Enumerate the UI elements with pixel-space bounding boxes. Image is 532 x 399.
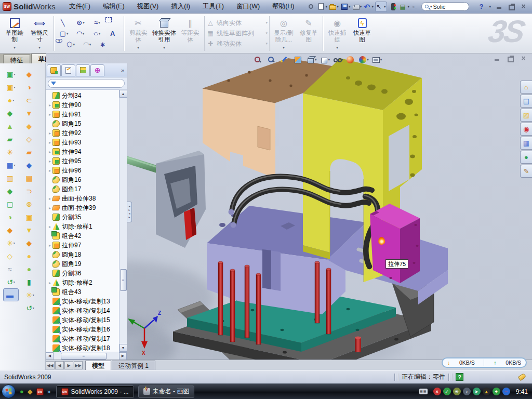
smart-dimension-button[interactable]: ⟺ 智能尺寸▾ <box>27 15 52 52</box>
feature-tree-item[interactable]: ▸ 切除-放样2 <box>47 278 119 287</box>
first-tab-button[interactable]: ◀◀ <box>46 361 55 369</box>
task-pane-tab[interactable]: ◉ <box>520 123 532 136</box>
toolbar-button[interactable]: ▢ ▾ <box>3 197 19 210</box>
toolbar-button[interactable]: ▣ ▾ <box>22 210 38 223</box>
toolbar-button[interactable]: ✳ ▾ <box>3 236 19 249</box>
menu-item[interactable]: 工具(T) <box>196 1 230 12</box>
scroll-right-button[interactable]: ▶ <box>119 352 127 360</box>
menu-item[interactable]: 窗口(W) <box>230 1 266 12</box>
tab-property-manager[interactable] <box>61 64 75 76</box>
feature-tree-item[interactable]: ▸ 拉伸97 <box>47 241 119 250</box>
toolbar-button[interactable]: ▤ ▾ <box>22 171 38 184</box>
feature-tree-item[interactable]: ▸ 拉伸94 <box>47 147 119 156</box>
sketch-entity-button[interactable]: ⊙ ▾ <box>72 17 89 28</box>
toolbar-button[interactable]: ▣ ▾ <box>3 68 19 81</box>
hud-button[interactable]: ▾ <box>333 56 343 63</box>
tray-icon[interactable]: − <box>502 388 510 395</box>
doc-minimize-button[interactable] <box>494 56 501 61</box>
search-input[interactable]: ▾ Solic <box>421 2 469 11</box>
feature-tree-item[interactable]: ▸ 实体-移动/复制13 <box>47 297 119 306</box>
doc-close-button[interactable]: × <box>520 56 527 61</box>
toolbar-button[interactable]: ▦ ▾ <box>3 158 19 171</box>
minimize-button[interactable] <box>496 4 503 9</box>
feature-tree-item[interactable]: ▸ 实体-移动/复制18 <box>47 343 119 352</box>
hud-button[interactable]: ▾ <box>320 56 330 63</box>
prev-tab-button[interactable]: ◀ <box>55 361 64 369</box>
tray-icon[interactable]: × <box>433 388 441 395</box>
toolbar-button[interactable]: ● ▾ <box>3 94 19 107</box>
sketch-entity-button[interactable]: A ▾ <box>105 28 122 39</box>
quick-launch-chevron[interactable]: » <box>47 388 51 395</box>
sketch-entity-button[interactable]: ≈ ▾ <box>89 17 105 28</box>
document-tab[interactable]: 模型 <box>85 361 111 370</box>
toolbar-button[interactable]: ▰ ▾ <box>22 145 38 158</box>
toolbar-button[interactable]: ⊃ ▾ <box>22 184 38 197</box>
toolbar-button[interactable]: ◆ ▾ <box>3 107 19 119</box>
rebuild-button[interactable] <box>388 2 398 12</box>
feature-tree-item[interactable]: ▸ 曲面-拉伸39 <box>47 203 119 212</box>
scrollbar-thumb[interactable]: ≡ <box>61 353 107 360</box>
toolbar-button[interactable]: ● ▾ <box>22 262 38 275</box>
messenger-icon[interactable]: ● <box>20 388 24 395</box>
tag-icon[interactable] <box>518 373 527 381</box>
toolbar-button[interactable]: ▼ ▾ <box>22 107 38 119</box>
tray-icon[interactable]: ✳ <box>453 388 461 395</box>
feature-tree-item[interactable]: ▸ 实体-移动/复制15 <box>47 315 119 325</box>
panel-overflow-chevron[interactable]: » <box>121 67 126 73</box>
feature-tree-item[interactable]: ▸ 圆角18 <box>47 250 119 259</box>
tab-dimxpert-manager[interactable]: ⊕ <box>90 64 104 76</box>
tree-filter-input[interactable] <box>48 79 125 88</box>
tab-configuration-manager[interactable] <box>76 64 90 76</box>
feature-tree-item[interactable]: ▸ 组合42 <box>47 231 119 241</box>
hud-button[interactable]: ▾ <box>254 56 264 63</box>
sketch-entity-button[interactable]: ▢ ▾ <box>56 28 72 39</box>
menu-item[interactable]: 编辑(E) <box>97 1 131 12</box>
help-button[interactable]: ? <box>480 3 484 10</box>
toolbar-button[interactable]: ▬ ▾ <box>3 288 19 301</box>
open-button[interactable]: ▾ <box>329 2 339 12</box>
panel-splitter[interactable]: ◂▸◂▸ <box>127 202 132 222</box>
undo-button[interactable]: ↶▾ <box>364 2 375 12</box>
feature-tree-item[interactable]: ▸ 分割36 <box>47 269 119 278</box>
toolbar-button[interactable]: ◇ ▾ <box>3 249 19 262</box>
toolbar-button[interactable]: ↺ ▾ <box>3 275 19 288</box>
tray-icon[interactable]: ♪ <box>463 388 471 395</box>
tree-horizontal-scrollbar[interactable]: ◀ ≡ ▶ <box>46 352 127 360</box>
toolbar-button[interactable]: ▣ ▾ <box>3 81 19 94</box>
options-button[interactable]: ▤▾ <box>400 2 410 12</box>
feature-tree-item[interactable]: ▸ 曲面-拉伸38 <box>47 194 119 203</box>
feature-tree-item[interactable]: ▸ 组合43 <box>47 287 119 297</box>
toolbar-button[interactable]: ▲ ▾ <box>3 119 19 132</box>
toolbar-button[interactable]: ● ▾ <box>22 249 38 262</box>
feature-tree-item[interactable]: ▸ 拉伸95 <box>47 156 119 166</box>
toolbar-button[interactable]: ◆ ▾ <box>22 119 38 132</box>
feature-tree-item[interactable]: ▸ 拉伸96 <box>47 166 119 175</box>
toolbar-button[interactable]: ↺ ▾ <box>22 301 38 314</box>
feature-tree-item[interactable]: ▸ 拉伸93 <box>47 138 119 147</box>
tray-icon[interactable]: ▲ <box>483 388 490 395</box>
feature-tree-item[interactable]: ▸ 实体-移动/复制17 <box>47 334 119 343</box>
rapid-sketch-button[interactable]: ϟ 快速草图 <box>350 15 375 52</box>
task-pane-tab[interactable]: ▨ <box>520 109 532 122</box>
sketch-entity-button[interactable]: ▾ <box>105 17 112 22</box>
taskbar-button[interactable]: 未命名 - 画图 <box>138 385 195 398</box>
toolbar-button[interactable]: ✳ ▾ <box>3 145 19 158</box>
hud-button[interactable]: ▾ <box>267 56 277 63</box>
ribbon-tab[interactable]: 特征 <box>3 55 30 64</box>
sketch-entity-button[interactable]: ╲ ▾ <box>56 17 72 28</box>
toolbar-button[interactable]: ◆ ▾ <box>22 236 38 249</box>
toolbar-button[interactable]: ⊗ ▾ <box>22 197 38 210</box>
tab-feature-manager[interactable] <box>47 64 61 76</box>
close-button[interactable]: × <box>520 4 527 9</box>
convert-entities-button[interactable]: 转换实体引用▾ <box>151 15 178 52</box>
feature-tree-item[interactable]: ▸ 圆角19 <box>47 259 119 269</box>
doc-restore-button[interactable] <box>507 56 514 61</box>
launcher-icon[interactable]: ◆ <box>28 388 33 395</box>
last-tab-button[interactable]: ▶▶ <box>74 361 83 369</box>
scroll-down-button[interactable]: ▼ <box>119 344 127 352</box>
toolbar-button[interactable]: ≈ ▾ <box>3 262 19 275</box>
sketch-entity-button[interactable]: ∗ ▾ <box>96 39 112 50</box>
hud-button[interactable]: ▾ <box>372 56 382 63</box>
menu-item[interactable]: 文件(F) <box>63 1 97 12</box>
sketch-button[interactable]: 草图绘制▾ <box>2 15 27 52</box>
